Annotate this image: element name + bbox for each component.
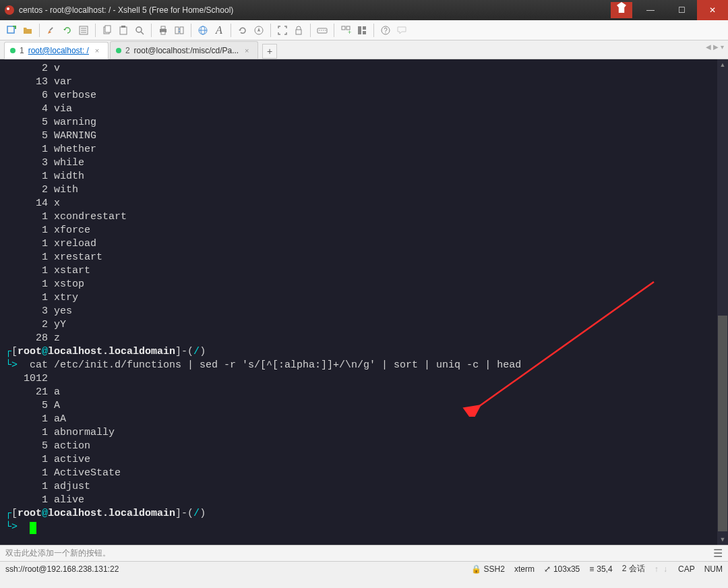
compass-icon[interactable] [251, 23, 266, 38]
tab-close-icon[interactable]: × [243, 47, 251, 55]
status-term: xterm [514, 564, 535, 574]
open-icon[interactable] [20, 23, 35, 38]
search-icon[interactable] [132, 23, 147, 38]
help-icon[interactable]: ? [378, 23, 393, 38]
status-dot-icon [10, 48, 16, 53]
layout-icon[interactable] [355, 23, 369, 38]
brush-icon[interactable] [44, 23, 59, 38]
app-icon [4, 5, 15, 16]
svg-rect-32 [358, 26, 361, 34]
tab-close-icon[interactable]: × [93, 47, 101, 55]
svg-point-28 [325, 30, 326, 30]
transfer-icon[interactable] [172, 23, 187, 38]
svg-point-25 [319, 30, 320, 30]
pin-icon[interactable] [611, 2, 632, 18]
status-num: NUM [704, 564, 723, 574]
status-cap: CAP [678, 564, 695, 574]
scrollbar[interactable]: ▲ ▼ [717, 59, 728, 545]
session-tab-1[interactable]: 1 root@localhost: / × [4, 42, 109, 59]
svg-point-1 [7, 7, 9, 10]
svg-rect-10 [120, 27, 127, 34]
lock-icon[interactable] [291, 23, 306, 38]
window-title: centos - root@localhost: / - Xshell 5 (F… [19, 5, 611, 15]
redo-icon[interactable] [60, 23, 75, 38]
paste-icon[interactable] [116, 23, 131, 38]
status-cursor: ≡ 35,4 [589, 564, 612, 574]
svg-point-0 [5, 5, 14, 15]
terminal[interactable]: 2 v 13 var 6 verbose 4 via 5 warning 5 W… [0, 59, 728, 545]
status-size: ⤢ 103x35 [544, 564, 580, 574]
svg-rect-9 [105, 26, 111, 32]
svg-rect-29 [342, 26, 345, 30]
svg-text:+: + [348, 29, 351, 36]
menu-icon[interactable]: ☰ [713, 547, 723, 560]
scroll-up-icon[interactable]: ▲ [717, 59, 728, 70]
fullscreen-icon[interactable] [275, 23, 290, 38]
status-dot-icon [116, 48, 121, 53]
svg-rect-2 [7, 26, 14, 33]
svg-rect-16 [161, 32, 165, 34]
svg-point-26 [321, 30, 322, 30]
chat-icon[interactable] [394, 23, 409, 38]
nav-arrows-icon[interactable]: ↑ ↓ [655, 564, 669, 574]
tab-bar: 1 root@localhost: / × 2 root@localhost:/… [0, 40, 728, 59]
minimize-button[interactable]: — [635, 0, 666, 20]
keyboard-icon[interactable] [315, 23, 330, 38]
font-icon[interactable]: A [212, 23, 226, 38]
svg-rect-23 [296, 30, 301, 34]
status-bar: ssh://root@192.168.238.131:22 🔒 SSH2 xte… [0, 561, 728, 576]
toolbar: A + ? [0, 20, 728, 40]
tab-nav[interactable]: ◀ ▶ ▾ [706, 43, 724, 51]
session-tab-2[interactable]: 2 root@localhost:/misc/cd/Pa... × [110, 41, 258, 59]
button-bar[interactable]: 双击此处添加一个新的按钮。 ☰ [0, 545, 728, 561]
svg-point-12 [136, 27, 142, 32]
svg-rect-3 [49, 27, 53, 31]
scroll-down-icon[interactable]: ▼ [717, 534, 728, 545]
tile-icon[interactable]: + [338, 23, 353, 38]
new-session-icon[interactable] [4, 23, 19, 38]
svg-rect-33 [363, 26, 366, 30]
status-protocol: 🔒 SSH2 [471, 564, 505, 574]
maximize-button[interactable]: ☐ [666, 0, 697, 20]
title-bar: centos - root@localhost: / - Xshell 5 (F… [0, 0, 728, 20]
svg-line-13 [141, 32, 144, 34]
button-bar-hint: 双击此处添加一个新的按钮。 [5, 548, 111, 559]
refresh-icon[interactable] [235, 23, 250, 38]
scroll-thumb[interactable] [718, 316, 727, 531]
svg-point-27 [323, 30, 324, 30]
svg-rect-18 [180, 27, 183, 34]
properties-icon[interactable] [76, 23, 91, 38]
close-button[interactable]: ✕ [697, 0, 728, 20]
svg-rect-15 [161, 26, 165, 29]
status-sessions: 2 会话 [622, 563, 645, 575]
svg-rect-17 [175, 27, 179, 34]
new-tab-button[interactable]: + [262, 44, 277, 59]
print-icon[interactable] [156, 23, 171, 38]
svg-rect-11 [121, 26, 125, 28]
svg-text:?: ? [384, 27, 388, 34]
globe-icon[interactable] [195, 23, 210, 38]
connection-string: ssh://root@192.168.238.131:22 [5, 564, 462, 574]
copy-icon[interactable] [100, 23, 115, 38]
svg-rect-34 [363, 31, 366, 34]
